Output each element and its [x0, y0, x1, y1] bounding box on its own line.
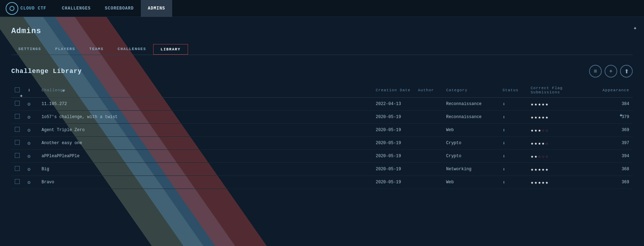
star-filled: ★ — [545, 114, 548, 120]
challenge-name[interactable]: aPPleaPPleaPPle — [38, 150, 372, 163]
status: ⬇ — [499, 176, 527, 189]
category: Networking — [443, 163, 499, 176]
author — [414, 163, 443, 176]
correct-flag-stars: ★★★☆☆ — [527, 124, 598, 137]
star-filled: ★ — [531, 153, 533, 159]
nav-scoreboard[interactable]: SCOREBOARD — [98, 0, 141, 17]
star-filled: ★ — [534, 153, 537, 159]
author — [414, 137, 443, 150]
row-checkbox-cell — [11, 98, 24, 111]
page-title: Admins — [11, 27, 633, 36]
tab-players[interactable]: PLAYERS — [48, 44, 82, 55]
star-empty: ☆ — [542, 153, 544, 159]
row-checkbox-cell — [11, 137, 24, 150]
star-filled: ★ — [538, 127, 541, 133]
th-date: Creation Date — [372, 83, 414, 98]
star-filled: ★ — [534, 166, 537, 172]
star-filled: ★ — [542, 179, 544, 185]
star-filled: ★ — [538, 166, 541, 172]
row-checkbox[interactable] — [15, 114, 20, 119]
row-checkbox-cell — [11, 163, 24, 176]
tab-challenges[interactable]: CHALLENGES — [111, 44, 153, 55]
creation-date: 2020-05-19 — [372, 150, 414, 163]
upload-button[interactable]: ⬆ — [620, 65, 633, 78]
logo[interactable]: CLOUD CTF — [6, 2, 46, 15]
status-download-icon: ⬇ — [502, 102, 505, 107]
table-row: ⚙ 11.105.272 2022-04-13 Reconnaissance ⬇… — [11, 98, 633, 111]
settings-icon[interactable]: ⚙ — [27, 141, 30, 146]
th-author: Author — [414, 83, 443, 98]
top-nav: CLOUD CTF CHALLENGES SCOREBOARD ADMINS — [0, 0, 644, 17]
star-filled: ★ — [538, 101, 541, 107]
header-actions: ≡ + ⬆ — [589, 65, 633, 78]
category: Crypto — [443, 137, 499, 150]
select-all-checkbox[interactable] — [15, 87, 20, 92]
logo-icon — [6, 2, 18, 15]
author — [414, 111, 443, 124]
creation-date: 2022-04-13 — [372, 98, 414, 111]
challenge-name[interactable]: 1o57's challenge, with a twist — [38, 111, 372, 124]
settings-icon[interactable]: ⚙ — [27, 167, 30, 172]
table-body: ⚙ 11.105.272 2022-04-13 Reconnaissance ⬇… — [11, 98, 633, 189]
nav-admins[interactable]: ADMINS — [141, 0, 172, 17]
challenge-table: ⬇ Challenge Creation Date Author Categor… — [11, 83, 633, 189]
tab-settings[interactable]: SETTINGS — [11, 44, 48, 55]
challenge-name[interactable]: Another easy one — [38, 137, 372, 150]
settings-icon[interactable]: ⚙ — [27, 115, 30, 120]
settings-icon[interactable]: ⚙ — [27, 154, 30, 159]
add-icon: + — [609, 68, 612, 74]
nav-challenges[interactable]: CHALLENGES — [55, 0, 98, 17]
author — [414, 98, 443, 111]
settings-icon[interactable]: ⚙ — [27, 180, 30, 185]
star-filled: ★ — [534, 140, 537, 146]
status: ⬇ — [499, 111, 527, 124]
settings-icon[interactable]: ⚙ — [27, 102, 30, 107]
row-checkbox[interactable] — [15, 140, 20, 145]
th-flags: Correct Flag Submissions — [527, 83, 598, 98]
star-filled: ★ — [534, 127, 537, 133]
row-checkbox[interactable] — [15, 153, 20, 158]
creation-date: 2020-05-19 — [372, 163, 414, 176]
row-checkbox[interactable] — [15, 179, 20, 184]
download-header-icon: ⬇ — [27, 88, 31, 94]
category: Web — [443, 176, 499, 189]
author — [414, 150, 443, 163]
settings-icon[interactable]: ⚙ — [27, 128, 30, 133]
section-title: Challenge Library — [11, 68, 82, 75]
table-row: ⚙ Bravo 2020-05-19 Web ⬇ ★★★★★ 369 — [11, 176, 633, 189]
th-check — [11, 83, 24, 98]
row-checkbox[interactable] — [15, 127, 20, 132]
appearance-count: 397 — [598, 137, 633, 150]
status: ⬇ — [499, 163, 527, 176]
row-checkbox-cell — [11, 111, 24, 124]
star-filled: ★ — [545, 179, 548, 185]
logo-text: CLOUD CTF — [20, 6, 46, 11]
author — [414, 176, 443, 189]
row-settings-cell: ⚙ — [24, 124, 38, 137]
star-filled: ★ — [542, 140, 544, 146]
tab-library[interactable]: LIBRARY — [153, 44, 188, 55]
status: ⬇ — [499, 98, 527, 111]
tab-teams[interactable]: TEAMS — [82, 44, 111, 55]
star-filled: ★ — [534, 114, 537, 120]
th-settings: ⬇ — [24, 83, 38, 98]
add-button[interactable]: + — [605, 65, 617, 78]
star-filled: ★ — [531, 114, 533, 120]
challenge-name[interactable]: 11.105.272 — [38, 98, 372, 111]
challenge-name[interactable]: Bravo — [38, 176, 372, 189]
upload-icon: ⬆ — [624, 68, 629, 75]
challenge-name[interactable]: Agent Triple Zero — [38, 124, 372, 137]
row-checkbox[interactable] — [15, 166, 20, 171]
challenge-name[interactable]: Big — [38, 163, 372, 176]
star-empty: ☆ — [542, 127, 544, 133]
status-download-icon: ⬇ — [502, 115, 505, 120]
creation-date: 2020-05-19 — [372, 124, 414, 137]
section-header: Challenge Library ≡ + ⬆ — [11, 65, 633, 78]
star-filled: ★ — [534, 179, 537, 185]
correct-flag-stars: ★★☆☆☆ — [527, 150, 598, 163]
row-checkbox[interactable] — [15, 101, 20, 106]
row-checkbox-cell — [11, 150, 24, 163]
filter-button[interactable]: ≡ — [589, 65, 602, 78]
table-row: ⚙ aPPleaPPleaPPle 2020-05-19 Crypto ⬇ ★★… — [11, 150, 633, 163]
th-appearance: Appearance — [598, 83, 633, 98]
